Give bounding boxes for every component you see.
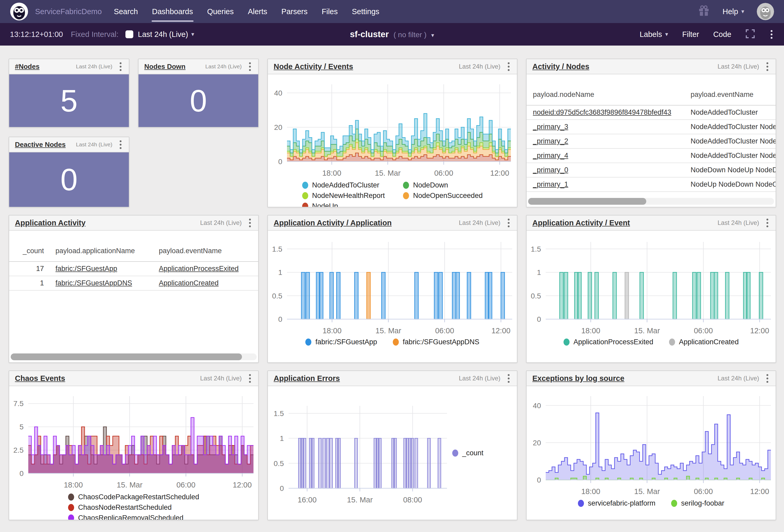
- svg-text:0: 0: [278, 315, 282, 323]
- svg-text:0: 0: [537, 315, 541, 323]
- value-tiles-group: #Nodes Last 24h (Live) 5 Nodes Down Last…: [9, 59, 259, 207]
- panel-title[interactable]: Chaos Events: [15, 374, 65, 383]
- kebab-menu-icon[interactable]: [118, 61, 123, 73]
- fullscreen-icon[interactable]: [746, 29, 755, 39]
- legend-item[interactable]: fabric:/SFGuestApp: [305, 338, 377, 346]
- nav-item-settings[interactable]: Settings: [352, 7, 380, 16]
- kebab-menu-icon[interactable]: [769, 29, 774, 40]
- legend-item[interactable]: NodeUp: [302, 202, 385, 207]
- dashboard-filter-hint[interactable]: ( no filter ): [394, 31, 426, 39]
- nav-item-files[interactable]: Files: [322, 7, 338, 16]
- scrollbar-thumb[interactable]: [528, 198, 646, 205]
- avatar[interactable]: [757, 3, 774, 20]
- panel-title[interactable]: Node Activity / Events: [274, 62, 353, 71]
- legend-dot-icon: [302, 203, 308, 207]
- legend-item[interactable]: NodeDown: [403, 181, 483, 189]
- legend-dot-icon: [563, 338, 569, 345]
- panel-title[interactable]: #Nodes: [15, 62, 39, 71]
- svg-text:15. Mar: 15. Mar: [634, 487, 660, 496]
- legend-item[interactable]: NodeOpenSucceeded: [403, 192, 483, 200]
- table-link[interactable]: ApplicationProcessExited: [159, 265, 239, 273]
- gift-icon[interactable]: [698, 5, 710, 18]
- legend-dot-icon: [68, 514, 74, 520]
- table-link[interactable]: _primary_1: [533, 180, 568, 188]
- nav-item-parsers[interactable]: Parsers: [281, 7, 308, 16]
- node-activity-chart[interactable]: 18:0015. Mar06:0012:0002040: [268, 77, 517, 180]
- table-link[interactable]: fabric:/SFGuestAppDNS: [56, 279, 132, 287]
- table-link[interactable]: _primary_3: [533, 123, 568, 131]
- table-row: 17fabric:/SFGuestAppApplicationProcessEx…: [9, 261, 258, 276]
- panel-title[interactable]: Nodes Down: [144, 62, 186, 71]
- legend-item[interactable]: ApplicationCreated: [669, 338, 739, 346]
- table-link[interactable]: _primary_2: [533, 137, 568, 145]
- kebab-menu-icon[interactable]: [506, 61, 511, 73]
- panel-title[interactable]: Application Activity / Application: [274, 219, 392, 227]
- chevron-down-icon: ▾: [741, 8, 744, 15]
- legend-item[interactable]: ApplicationProcessExited: [563, 338, 653, 346]
- legend-item[interactable]: ChaosNodeRestartScheduled: [68, 503, 199, 511]
- legend-item[interactable]: ChaosReplicaRemovalScheduled: [68, 514, 199, 520]
- code-button[interactable]: Code: [713, 30, 731, 39]
- column-header: payload.eventName: [684, 86, 776, 105]
- table-cell: NodeAddedToCluster Node: [684, 134, 776, 148]
- panel-time-range: Last 24h (Live): [196, 375, 242, 382]
- legend-item[interactable]: ChaosCodePackageRestartScheduled: [68, 493, 199, 501]
- legend-item[interactable]: servicefabric-platform: [578, 499, 655, 507]
- nav-item-dashboards[interactable]: Dashboards: [152, 7, 193, 16]
- app-activity-application-chart[interactable]: 18:0015. Mar06:0012:0000.511.5: [268, 233, 517, 337]
- panel-title[interactable]: Activity / Nodes: [532, 62, 589, 71]
- kebab-menu-icon[interactable]: [506, 217, 511, 229]
- legend-item[interactable]: NodeAddedToCluster: [302, 181, 385, 189]
- dashboard-name[interactable]: sf-cluster: [350, 29, 389, 39]
- labels-menu[interactable]: Labels ▾: [640, 30, 668, 39]
- table-link[interactable]: fabric:/SFGuestApp: [56, 265, 117, 273]
- scrollbar-thumb[interactable]: [11, 354, 242, 360]
- kebab-menu-icon[interactable]: [765, 372, 770, 384]
- table-link[interactable]: nodeid:d975d5cfc3683f9896f849478bfedf43: [533, 108, 671, 116]
- legend-item[interactable]: serilog-foobar: [671, 499, 724, 507]
- kebab-menu-icon[interactable]: [765, 61, 770, 73]
- svg-text:06:00: 06:00: [176, 481, 196, 489]
- kebab-menu-icon[interactable]: [248, 217, 252, 229]
- kebab-menu-icon[interactable]: [118, 139, 123, 150]
- svg-text:20: 20: [274, 123, 282, 132]
- help-menu[interactable]: Help ▾: [723, 7, 744, 16]
- panel-title[interactable]: Deactive Nodes: [15, 141, 66, 149]
- kebab-menu-icon[interactable]: [506, 372, 511, 384]
- legend-item[interactable]: _count: [452, 449, 483, 457]
- chaos-events-chart[interactable]: 18:0015. Mar06:0012:0002.557.5: [9, 388, 258, 493]
- legend-label: NodeAddedToCluster: [312, 181, 380, 189]
- fixed-interval-checkbox[interactable]: [125, 30, 133, 38]
- table-link[interactable]: _primary_0: [533, 166, 568, 174]
- chevron-down-icon: ▾: [431, 32, 434, 39]
- time-interval-selector[interactable]: Last 24h (Live) ▾: [138, 30, 194, 39]
- panel-title[interactable]: Application Errors: [274, 374, 340, 383]
- app-activity-event-chart[interactable]: 18:0015. Mar06:0012:0000.511.5: [527, 233, 776, 337]
- legend-dot-icon: [669, 338, 675, 345]
- panel-nodes: #Nodes Last 24h (Live) 5: [9, 59, 129, 128]
- kebab-menu-icon[interactable]: [248, 372, 252, 384]
- table-link[interactable]: ApplicationCreated: [159, 279, 219, 287]
- nav-item-queries[interactable]: Queries: [207, 7, 234, 16]
- legend-item[interactable]: NodeNewHealthReport: [302, 192, 385, 200]
- panel-title[interactable]: Exceptions by log source: [532, 374, 624, 383]
- kebab-menu-icon[interactable]: [248, 61, 252, 73]
- filter-button[interactable]: Filter: [682, 30, 699, 39]
- nav-item-alerts[interactable]: Alerts: [248, 7, 267, 16]
- svg-text:12:00: 12:00: [490, 169, 509, 177]
- table-link[interactable]: _primary_4: [533, 151, 568, 160]
- svg-text:40: 40: [533, 402, 541, 410]
- legend-item[interactable]: fabric:/SFGuestAppDNS: [393, 338, 479, 346]
- application-errors-chart[interactable]: 16:0015. Mar08:0000.511.5: [269, 395, 452, 510]
- svg-text:15. Mar: 15. Mar: [375, 169, 401, 177]
- table-row: _primary_1NodeUp NodeDown NodeO: [527, 177, 776, 192]
- panel-title[interactable]: Application Activity / Event: [532, 219, 630, 227]
- kebab-menu-icon[interactable]: [765, 217, 770, 229]
- humio-owl-logo-icon[interactable]: [10, 2, 28, 21]
- panel-title[interactable]: Application Activity: [15, 219, 86, 227]
- svg-text:06:00: 06:00: [434, 169, 453, 177]
- exceptions-chart[interactable]: 18:0015. Mar06:0012:0002040: [527, 388, 776, 498]
- panel-time-range: Last 24h (Live): [72, 63, 112, 69]
- nav-item-search[interactable]: Search: [114, 7, 138, 16]
- repository-name[interactable]: ServiceFabricDemo: [35, 7, 102, 16]
